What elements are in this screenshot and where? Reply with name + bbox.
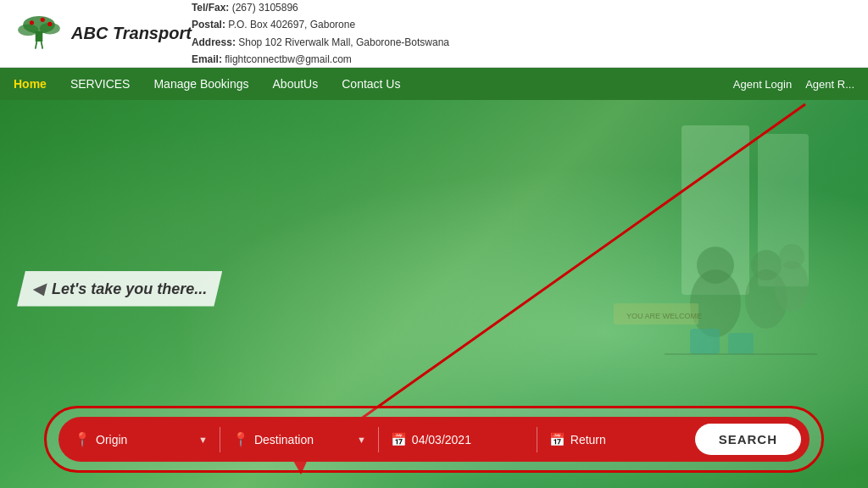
nav-manage-bookings[interactable]: Manage Bookings — [153, 70, 248, 97]
svg-point-16 — [779, 244, 804, 269]
postal-label: Postal: — [192, 19, 225, 30]
nav-services[interactable]: SERVICES — [70, 70, 131, 97]
svg-rect-17 — [690, 329, 720, 354]
svg-point-4 — [30, 20, 34, 25]
depart-date-value: 04/03/2021 — [412, 433, 471, 446]
tel-line: Tel/Fax: (267) 3105896 — [192, 0, 449, 16]
svg-rect-18 — [728, 333, 754, 354]
destination-select[interactable]: Destination — [254, 433, 348, 446]
svg-rect-3 — [36, 31, 43, 42]
tel-label: Tel/Fax: — [192, 2, 229, 14]
search-button[interactable]: SEARCH — [695, 424, 801, 455]
search-bar-container: 📍 Origin ▼ 📍 Destination ▼ — [44, 406, 824, 473]
field-separator-1 — [220, 427, 220, 452]
postal-line: Postal: P.O. Box 402697, Gaborone — [192, 16, 449, 33]
depart-calendar-icon: 📅 — [391, 432, 407, 447]
origin-pin-icon: 📍 — [74, 431, 91, 447]
nav-contact[interactable]: Contact Us — [342, 70, 400, 97]
svg-point-1 — [18, 24, 38, 36]
svg-point-6 — [47, 21, 52, 25]
search-bar-outer: 📍 Origin ▼ 📍 Destination ▼ — [44, 406, 824, 473]
address-line: Address: Shop 102 Riverwalk Mall, Gaboro… — [192, 34, 449, 51]
origin-chevron-icon: ▼ — [198, 435, 208, 445]
email-value: flightconnectbw@gmail.com — [225, 53, 352, 65]
search-bar-inner: 📍 Origin ▼ 📍 Destination ▼ — [58, 417, 810, 462]
nav-items: Home SERVICES Manage Bookings AboutUs Co… — [14, 70, 733, 97]
page-header: ABC Transport Tel/Fax: (267) 3105896 Pos… — [0, 0, 868, 68]
depart-date-field[interactable]: 📅 04/03/2021 — [384, 429, 531, 451]
svg-line-8 — [42, 42, 43, 49]
svg-line-7 — [36, 42, 37, 49]
origin-select[interactable]: Origin — [96, 433, 190, 446]
tagline-text: Let's take you there... — [52, 280, 207, 297]
main-navbar: Home SERVICES Manage Bookings AboutUs Co… — [0, 68, 868, 100]
nav-agent-register[interactable]: Agent R... — [805, 71, 854, 97]
origin-field[interactable]: 📍 Origin ▼ — [67, 428, 214, 451]
nav-right: Agent Login Agent R... — [733, 71, 854, 97]
logo-area: ABC Transport — [14, 13, 192, 55]
svg-text:YOU ARE WELCOME: YOU ARE WELCOME — [626, 312, 702, 320]
nav-agent-login[interactable]: Agent Login — [733, 71, 792, 97]
destination-pin-icon: 📍 — [232, 431, 249, 447]
svg-point-12 — [697, 247, 734, 284]
field-separator-3 — [537, 427, 537, 452]
logo-icon — [14, 13, 64, 55]
logo-text: ABC Transport — [71, 24, 192, 43]
return-calendar-icon: 📅 — [549, 432, 565, 447]
email-line: Email: flightconnectbw@gmail.com — [192, 51, 449, 68]
return-date-field[interactable]: 📅 Return — [542, 429, 690, 451]
field-separator-2 — [378, 427, 379, 452]
contact-info: Tel/Fax: (267) 3105896 Postal: P.O. Box … — [192, 0, 449, 68]
tagline-arrow-icon: ◀ — [32, 280, 44, 298]
address-value: Shop 102 Riverwalk Mall, Gaborone-Botswa… — [238, 36, 449, 48]
nav-about[interactable]: AboutUs — [273, 70, 319, 97]
tel-value: (267) 3105896 — [232, 2, 298, 14]
return-date-placeholder: Return — [570, 433, 606, 446]
nav-home[interactable]: Home — [14, 70, 47, 97]
hero-section: YOU ARE WELCOME ◀ Let's take you there..… — [0, 100, 868, 488]
email-label: Email: — [192, 53, 222, 65]
svg-point-5 — [41, 17, 45, 21]
postal-value: P.O. Box 402697, Gaborone — [228, 19, 355, 30]
destination-field[interactable]: 📍 Destination ▼ — [225, 428, 373, 451]
address-label: Address: — [192, 36, 236, 48]
hero-illustration: YOU ARE WELCOME — [461, 117, 817, 388]
hero-tagline: ◀ Let's take you there... — [17, 271, 222, 307]
destination-chevron-icon: ▼ — [357, 435, 366, 445]
